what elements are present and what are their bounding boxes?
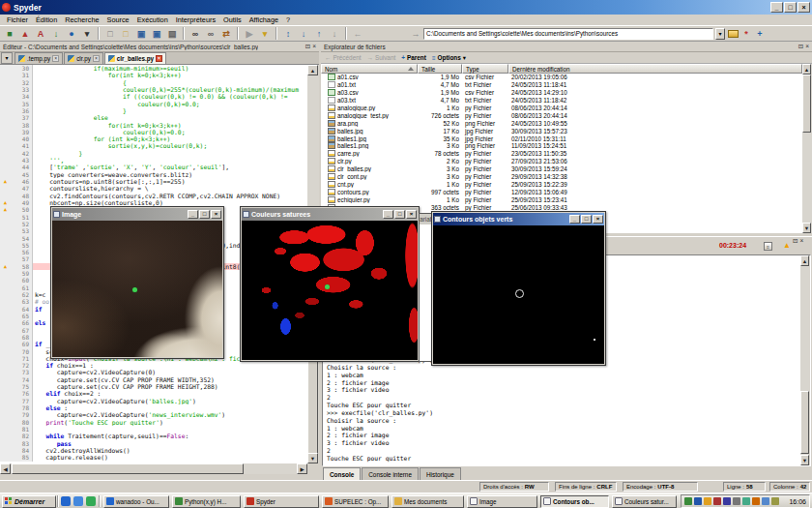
scroll-right-icon[interactable]: ▶ [297, 463, 307, 474]
tab-close-icon[interactable]: × [156, 55, 162, 62]
tab-close-icon[interactable]: × [52, 55, 59, 62]
title-bar[interactable]: Spyder _ □ × [0, 0, 812, 15]
file-row[interactable]: analogique.py1 Kopy Fichier08/06/2013 20… [321, 105, 802, 112]
code-line[interactable]: 72 if choix==1 : [0, 362, 307, 369]
code-line[interactable]: 34 if ((couleur(0,k) != 0.0) && (couleur… [0, 93, 307, 100]
console-tab-console-interne[interactable]: Console interne [362, 467, 419, 480]
column-header-type[interactable]: Type [462, 64, 508, 74]
layout-icon[interactable]: ▲ [18, 27, 32, 41]
scroll-up-icon[interactable]: ▲ [802, 64, 811, 75]
scrollbar-thumb[interactable] [800, 391, 809, 454]
close-button[interactable]: × [211, 210, 221, 219]
file-row[interactable]: a03.txt4,7 Motxt Fichier24/05/2013 11:18… [321, 97, 802, 105]
file-row[interactable]: echiquier.py1 Kopy Fichier25/09/2013 15:… [321, 195, 802, 203]
code-line[interactable]: 77 capture=cv2.VideoCapture('balles.jpg'… [0, 398, 307, 404]
code-line[interactable]: ▲46 contours=np.uint8(sortie[:,:,1]==255… [0, 178, 307, 185]
console-tab-console[interactable]: Console [323, 467, 361, 480]
file-row[interactable]: balles.jpg17 Kojpg Fichier30/09/2013 15:… [321, 127, 802, 134]
code-line[interactable]: 83 pass [0, 440, 307, 447]
contours-window[interactable]: Contours objets verts _ □ × [431, 211, 606, 366]
menu-item-interprteurs[interactable]: Interpréteurs [172, 15, 219, 24]
working-directory-input[interactable]: C:\Documents and Settings\colette\Mes do… [423, 28, 713, 40]
minimize-button[interactable]: _ [188, 210, 198, 219]
quick-launch-icon-1[interactable] [61, 496, 71, 506]
code-line[interactable]: 82 while Traitement(capture,seuil)==Fals… [0, 433, 307, 439]
task-button-mesdocuments[interactable]: Mes documents [392, 495, 464, 508]
quick-launch-icon-2[interactable] [73, 496, 83, 506]
editor-tab-temppy[interactable]: .temp.py× [14, 52, 63, 64]
scroll-down-icon[interactable]: ▼ [800, 455, 809, 465]
maximize-button[interactable]: □ [784, 2, 797, 13]
syspath-icon[interactable]: * [740, 28, 752, 40]
pythonpath-icon[interactable]: A [34, 27, 47, 41]
file-row[interactable]: a01.txt4,7 Motxt Fichier24/05/2013 11:18… [321, 81, 802, 89]
menu-item-source[interactable]: Source [103, 15, 133, 24]
tray-icon-4[interactable] [713, 497, 721, 505]
code-line[interactable]: 40 for (int k=0;k<3;k++) [0, 135, 307, 142]
new-file-icon[interactable]: □ [103, 27, 117, 41]
code-line[interactable]: 32 { [0, 79, 307, 86]
saturated-colors-window[interactable]: Couleurs saturees _ □ × [240, 206, 420, 362]
task-button-supelecop[interactable]: SUPELEC : Op... [322, 495, 389, 508]
editor-tab-clrpy[interactable]: clr.py× [64, 52, 103, 64]
task-button-image[interactable]: Image [467, 495, 537, 508]
task-button-couleurssatur[interactable]: Couleurs satur... [612, 495, 677, 508]
maximize-button[interactable]: □ [199, 210, 210, 219]
code-line[interactable]: 39 couleur(0,k)=0.0; [0, 129, 307, 135]
save-icon[interactable]: ▣ [134, 27, 148, 41]
image-window-titlebar[interactable]: Image _ □ × [52, 208, 222, 221]
task-button-contoursob[interactable]: Contours ob... [540, 495, 609, 508]
tray-icon-1[interactable] [684, 497, 692, 505]
replace-icon[interactable]: ⇄ [219, 27, 233, 41]
run-icon[interactable]: ▶ [243, 27, 256, 41]
quick-launch-icon-3[interactable] [86, 496, 96, 506]
find-icon[interactable]: ∞ [188, 27, 202, 41]
code-line[interactable]: 81 [0, 426, 307, 433]
tray-icon-7[interactable] [742, 497, 750, 505]
start-button[interactable]: Démarrer [2, 495, 56, 508]
undock-icon[interactable]: ⊡ [305, 43, 310, 50]
code-line[interactable]: 76 elif choix==2 : [0, 390, 307, 397]
find-in-files-icon[interactable]: ∞ [204, 27, 218, 41]
tools-caret-icon[interactable]: ▾ [80, 27, 94, 41]
tray-icon-3[interactable] [704, 497, 711, 505]
scrollbar-thumb[interactable] [802, 75, 811, 133]
menu-item-recherche[interactable]: Recherche [61, 15, 102, 24]
code-line[interactable]: 80 print('Touche ESC pour quitter') [0, 419, 307, 426]
undock-icon[interactable]: ⊡ [793, 237, 798, 245]
file-row[interactable]: analogique_test.py726 octetspy Fichier08… [321, 111, 802, 119]
file-row[interactable]: balles1.jpg35 Kojpg Fichier02/11/2010 15… [321, 134, 802, 142]
code-line[interactable]: 37 else [0, 114, 307, 121]
scroll-up-icon[interactable]: ▲ [307, 65, 318, 75]
task-button-wanadooou[interactable]: wanadoo - Ou... [103, 495, 169, 508]
saturated-window-titlebar[interactable]: Couleurs saturees _ □ × [242, 208, 418, 221]
console-tab-historique[interactable]: Historique [420, 467, 461, 480]
file-row[interactable]: a03.csv1,9 Mocsv Fichier24/05/2013 14:29… [321, 89, 802, 97]
tray-icon-9[interactable] [762, 497, 769, 505]
file-row[interactable]: clr_cont.py3 Kopy Fichier29/09/2013 14:3… [321, 173, 802, 181]
image-window[interactable]: Image _ □ × [50, 206, 224, 359]
code-line[interactable]: 47 contoursliste,hierarchy = \ [0, 185, 307, 192]
code-line[interactable]: 35 couleur(0,k)=0.0; [0, 101, 307, 107]
minimize-button[interactable]: _ [383, 210, 393, 219]
code-line[interactable]: 44 ['trame' ,'sortie', 'X', 'Y', 'couleu… [0, 164, 307, 170]
code-line[interactable]: 42 } [0, 150, 307, 157]
file-row[interactable]: carre.py78 octetspy Fichier23/05/2013 11… [321, 150, 802, 158]
browse-folder-icon[interactable] [727, 28, 739, 40]
code-line[interactable]: 84 cv2.destroyAllWindows() [0, 447, 307, 454]
editor-horizontal-scrollbar[interactable]: ◀ ▶ [0, 463, 307, 474]
tray-icon-10[interactable] [771, 497, 779, 505]
parent-button[interactable]: +Parent [401, 54, 426, 61]
fullscreen-icon[interactable]: ■ [3, 27, 16, 41]
scrollbar-thumb[interactable] [12, 463, 244, 474]
close-pane-icon[interactable]: × [805, 43, 809, 50]
explorer-scrollbar[interactable]: ▲ ▼ [802, 64, 812, 233]
tray-icon-6[interactable] [733, 497, 740, 505]
close-pane-icon[interactable]: × [312, 43, 316, 50]
column-header-taille[interactable]: Taille [418, 64, 462, 74]
menu-item-dition[interactable]: Édition [32, 15, 61, 24]
console-scrollbar[interactable]: ▲ ▼ [800, 255, 810, 465]
code-line[interactable]: 45 type_converters=weave.converters.blit… [0, 171, 307, 178]
code-line[interactable]: 74 capture.set(cv.CV_CAP_PROP_FRAME_WIDT… [0, 376, 307, 383]
menu-item-outils[interactable]: Outils [219, 15, 246, 24]
